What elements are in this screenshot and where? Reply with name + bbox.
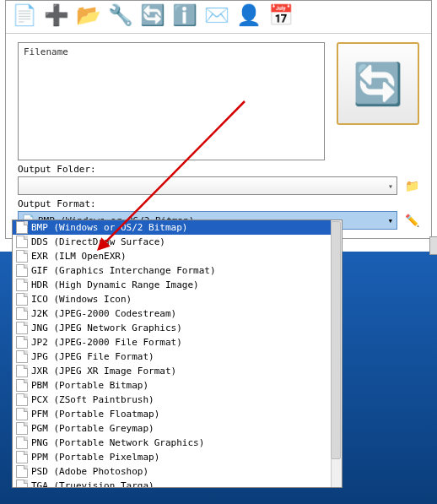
format-option-label: ICO (Windows Icon) <box>31 294 132 305</box>
new-file-button[interactable]: 📄 <box>9 3 40 28</box>
refresh-button[interactable]: 🔄 <box>138 3 168 28</box>
format-option[interactable]: HDR (High Dynamic Range Image) <box>13 278 342 292</box>
document-icon <box>16 307 28 320</box>
document-icon <box>16 436 28 449</box>
document-icon <box>16 480 28 488</box>
format-option[interactable]: JPG (JPEG File Format) <box>13 350 342 364</box>
file-list[interactable]: Filename <box>18 42 325 160</box>
convert-button[interactable]: 🔄 <box>337 42 419 125</box>
document-icon <box>16 250 28 263</box>
side-tab[interactable] <box>429 236 437 255</box>
document-icon <box>16 365 28 377</box>
format-option[interactable]: EXR (ILM OpenEXR) <box>13 249 342 263</box>
document-icon <box>16 465 28 478</box>
format-option-label: EXR (ILM OpenEXR) <box>31 251 127 262</box>
format-option[interactable]: DDS (DirectDraw Surface) <box>13 235 342 249</box>
document-icon <box>16 336 28 349</box>
calendar-button[interactable]: 📅 <box>266 3 296 28</box>
document-icon <box>16 393 28 406</box>
format-option[interactable]: PGM (Portable Greymap) <box>13 421 342 436</box>
document-icon <box>16 322 28 334</box>
app-window: 📄 ➕ 📂 🔧 🔄 ℹ️ ✉️ 👤 📅 Filename 🔄 Output Fo… <box>5 0 432 239</box>
format-option[interactable]: PNG (Portable Network Graphics) <box>13 436 342 450</box>
toolbar: 📄 ➕ 📂 🔧 🔄 ℹ️ ✉️ 👤 📅 <box>6 1 431 34</box>
format-option-label: J2K (JPEG-2000 Codestream) <box>31 308 176 319</box>
format-option[interactable]: TGA (Truevision Targa) <box>13 479 342 488</box>
format-option[interactable]: JXR (JPEG XR Image Format) <box>13 364 342 378</box>
open-folder-button[interactable]: 📂 <box>73 3 104 28</box>
user-button[interactable]: 👤 <box>234 3 264 28</box>
browse-folder-button[interactable]: 📁 <box>404 178 419 193</box>
edit-format-button[interactable]: ✏️ <box>404 213 419 228</box>
format-option[interactable]: BMP (Windows or OS/2 Bitmap) <box>13 220 342 235</box>
document-icon <box>16 408 28 420</box>
format-option-label: PFM (Portable Floatmap) <box>31 409 159 420</box>
document-icon <box>16 293 28 306</box>
document-icon <box>16 422 28 435</box>
document-icon <box>16 451 28 463</box>
document-icon <box>16 236 28 248</box>
scrollbar-thumb[interactable] <box>331 221 341 459</box>
format-option[interactable]: J2K (JPEG-2000 Codestream) <box>13 306 342 321</box>
format-option-label: JXR (JPEG XR Image Format) <box>31 366 176 377</box>
output-folder-label: Output Folder: <box>18 164 419 175</box>
format-option-label: GIF (Graphics Interchange Format) <box>31 265 216 276</box>
format-option[interactable]: PCX (ZSoft Paintbrush) <box>13 393 342 407</box>
settings-button[interactable]: 🔧 <box>105 3 136 28</box>
file-list-header: Filename <box>24 46 68 57</box>
format-option[interactable]: PBM (Portable Bitmap) <box>13 378 342 393</box>
format-option[interactable]: JNG (JPEG Network Graphics) <box>13 321 342 335</box>
format-option-label: JPG (JPEG File Format) <box>31 351 154 362</box>
format-option[interactable]: PPM (Portable Pixelmap) <box>13 450 342 464</box>
document-icon <box>16 350 28 363</box>
format-option[interactable]: JP2 (JPEG-2000 File Format) <box>13 335 342 350</box>
format-dropdown-list[interactable]: BMP (Windows or OS/2 Bitmap)DDS (DirectD… <box>12 219 343 488</box>
format-option[interactable]: ICO (Windows Icon) <box>13 292 342 306</box>
format-option-label: DDS (DirectDraw Surface) <box>31 236 165 247</box>
info-button[interactable]: ℹ️ <box>170 3 200 28</box>
scrollbar-track[interactable] <box>331 220 342 487</box>
chevron-down-icon: ▾ <box>387 215 393 226</box>
document-icon <box>16 264 28 277</box>
format-option-label: BMP (Windows or OS/2 Bitmap) <box>31 222 187 233</box>
format-option-label: PCX (ZSoft Paintbrush) <box>31 394 154 405</box>
format-option-label: JNG (JPEG Network Graphics) <box>31 322 182 333</box>
document-icon <box>16 221 28 234</box>
format-option[interactable]: PFM (Portable Floatmap) <box>13 407 342 421</box>
add-button[interactable]: ➕ <box>41 3 72 28</box>
format-option-label: JP2 (JPEG-2000 File Format) <box>31 337 182 348</box>
format-option-label: PGM (Portable Greymap) <box>31 423 154 434</box>
format-option-label: PPM (Portable Pixelmap) <box>31 452 159 463</box>
format-option-label: PBM (Portable Bitmap) <box>31 380 148 391</box>
mail-button[interactable]: ✉️ <box>202 3 232 28</box>
document-icon <box>16 379 28 392</box>
document-icon <box>16 279 28 291</box>
format-option-label: PNG (Portable Network Graphics) <box>31 437 204 448</box>
output-folder-select[interactable]: ▾ <box>18 176 397 195</box>
convert-icon: 🔄 <box>353 60 403 108</box>
output-format-label: Output Format: <box>18 198 419 209</box>
format-option-label: TGA (Truevision Targa) <box>31 480 154 488</box>
format-option-label: PSD (Adobe Photoshop) <box>31 466 148 477</box>
format-option[interactable]: PSD (Adobe Photoshop) <box>13 464 342 479</box>
format-option-label: HDR (High Dynamic Range Image) <box>31 279 199 290</box>
format-option[interactable]: GIF (Graphics Interchange Format) <box>13 263 342 278</box>
